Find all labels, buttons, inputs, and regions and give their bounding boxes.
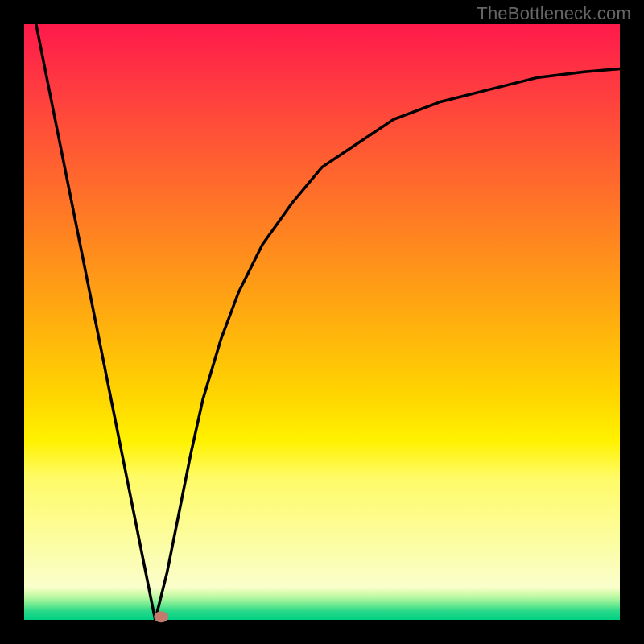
- chart-container: TheBottleneck.com: [0, 0, 644, 644]
- plot-background: [24, 24, 620, 620]
- bottleneck-chart: [0, 0, 644, 644]
- watermark-text: TheBottleneck.com: [477, 3, 631, 24]
- bottleneck-marker: [154, 611, 168, 622]
